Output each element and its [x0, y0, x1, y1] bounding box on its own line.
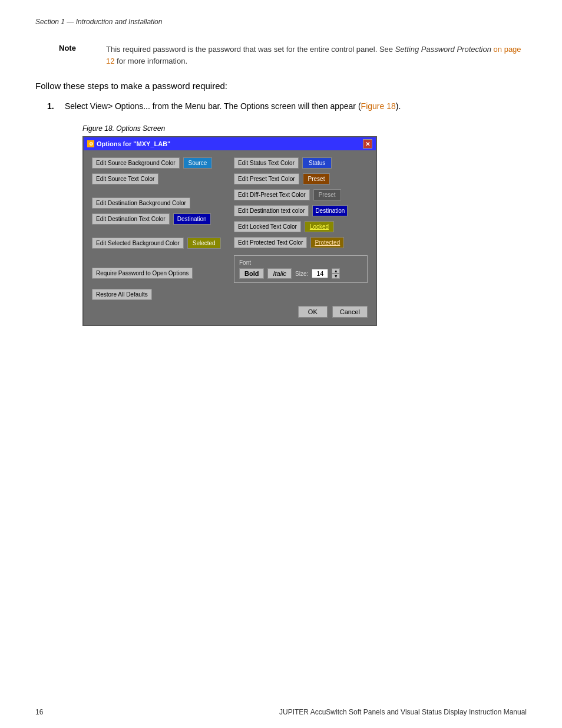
diff-preset-color-button[interactable]: Preset [313, 189, 341, 200]
note-text: This required password is the password t… [106, 44, 527, 67]
step-1-num: 1. [47, 100, 65, 113]
footer-title: JUPITER AccuSwitch Soft Panels and Visua… [279, 708, 527, 716]
page-header: Section 1 — Introduction and Installatio… [35, 18, 527, 26]
dialog-icon: ⚙ [87, 140, 94, 147]
figure-caption: Figure 18. Options Screen [82, 124, 527, 133]
selected-color-button[interactable]: Selected [187, 238, 221, 249]
source-bg-row: Edit Source Background Color Source [92, 157, 226, 169]
dialog-body: Edit Source Background Color Source Edit… [84, 150, 376, 325]
diff-preset-row: Edit Diff-Preset Text Color Preset [234, 189, 368, 200]
dialog-wrapper: ⚙ Options for "MXY_LAB" ✕ Edit Source Ba… [82, 136, 377, 326]
footer-page-number: 16 [35, 708, 43, 716]
dialog-title-text: Options for "MXY_LAB" [97, 140, 170, 147]
edit-dest-text-color-button[interactable]: Edit Destination text color [234, 205, 309, 216]
dialog-bottom: Restore All Defaults [92, 289, 368, 300]
edit-dest-text-button[interactable]: Edit Destination Text Color [92, 213, 170, 225]
destination2-color-button[interactable]: Destination [312, 205, 348, 216]
edit-source-bg-button[interactable]: Edit Source Background Color [92, 157, 180, 169]
italic-button[interactable]: Italic [267, 268, 292, 279]
dialog-columns: Edit Source Background Color Source Edit… [92, 157, 368, 283]
edit-preset-text-button[interactable]: Edit Preset Text Color [234, 173, 299, 185]
preset-color-button[interactable]: Preset [303, 173, 330, 185]
locked-text-row: Edit Locked Text Color Locked [234, 221, 368, 232]
edit-locked-text-button[interactable]: Edit Locked Text Color [234, 221, 301, 232]
size-label: Size: [295, 271, 308, 277]
follow-text: Follow these steps to make a password re… [35, 81, 527, 91]
protected-text-row: Edit Protected Text Color Protected [234, 237, 368, 248]
dest-text-color-row: Edit Destination text color Destination [234, 205, 368, 216]
bold-button[interactable]: Bold [239, 268, 264, 279]
restore-defaults-button[interactable]: Restore All Defaults [92, 289, 152, 300]
restore-defaults-row: Restore All Defaults [92, 289, 368, 300]
cancel-button[interactable]: Cancel [332, 306, 368, 318]
edit-protected-text-button[interactable]: Edit Protected Text Color [234, 237, 307, 248]
dialog-title-area: ⚙ Options for "MXY_LAB" [87, 140, 170, 147]
size-spinner[interactable]: ▲ ▼ [332, 268, 340, 279]
dialog-right-column: Edit Status Text Color Status Edit Prese… [234, 157, 368, 283]
page-footer: 16 JUPITER AccuSwitch Soft Panels and Vi… [0, 708, 562, 716]
edit-diff-preset-button[interactable]: Edit Diff-Preset Text Color [234, 189, 310, 200]
preset-text-row: Edit Preset Text Color Preset [234, 173, 368, 185]
dest-bg-row: Edit Destination Background Color [92, 197, 226, 209]
figure18-link[interactable]: Figure 18 [361, 101, 396, 111]
status-text-row: Edit Status Text Color Status [234, 157, 368, 169]
require-password-button[interactable]: Require Password to Open Options [92, 268, 193, 279]
note-label: Note [59, 44, 100, 67]
dialog-titlebar: ⚙ Options for "MXY_LAB" ✕ [84, 137, 376, 150]
steps: 1. Select View> Options... from the Menu… [47, 100, 527, 113]
font-group-legend: Font [239, 259, 362, 266]
dialog-close-button[interactable]: ✕ [363, 139, 372, 149]
step-1: 1. Select View> Options... from the Menu… [47, 100, 527, 113]
edit-status-text-button[interactable]: Edit Status Text Color [234, 157, 299, 169]
locked-color-button[interactable]: Locked [305, 221, 334, 232]
ok-button[interactable]: OK [298, 306, 328, 318]
require-password-row: Require Password to Open Options [92, 268, 226, 279]
spinner-down[interactable]: ▼ [332, 274, 340, 279]
edit-source-text-button[interactable]: Edit Source Text Color [92, 173, 158, 185]
source-color-button[interactable]: Source [183, 157, 213, 169]
dialog-left-column: Edit Source Background Color Source Edit… [92, 157, 226, 283]
size-input[interactable] [312, 269, 328, 278]
note-block: Note This required password is the passw… [59, 44, 527, 67]
edit-selected-bg-button[interactable]: Edit Selected Background Color [92, 238, 184, 249]
options-dialog: ⚙ Options for "MXY_LAB" ✕ Edit Source Ba… [82, 136, 377, 326]
font-row: Bold Italic Size: ▲ ▼ [239, 268, 362, 279]
status-color-button[interactable]: Status [302, 157, 332, 169]
step-1-text: Select View> Options... from the Menu ba… [65, 100, 401, 113]
edit-dest-bg-button[interactable]: Edit Destination Background Color [92, 197, 190, 209]
protected-color-button[interactable]: Protected [310, 237, 344, 248]
selected-bg-row: Edit Selected Background Color Selected [92, 238, 226, 249]
font-group: Font Bold Italic Size: ▲ ▼ [234, 255, 368, 283]
spinner-up[interactable]: ▲ [332, 268, 340, 274]
dialog-footer: OK Cancel [92, 306, 368, 318]
dest-text-row: Edit Destination Text Color Destination [92, 213, 226, 225]
source-text-row: Edit Source Text Color [92, 173, 226, 185]
destination-color-button[interactable]: Destination [173, 213, 211, 225]
